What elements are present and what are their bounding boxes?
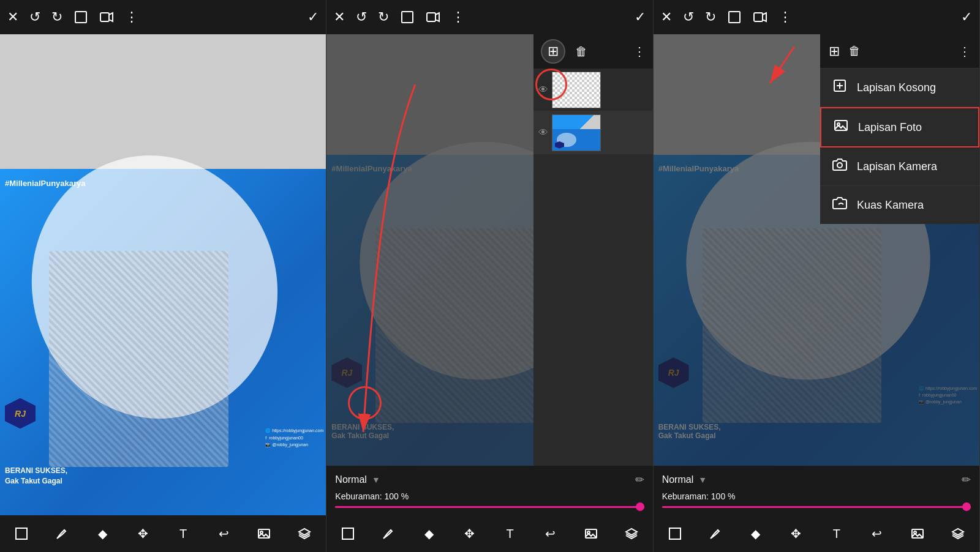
menu-item-kamera[interactable]: Lapisan Kamera [820,147,979,186]
layer-item-1[interactable]: 👁 [533,69,653,111]
menu-label-kamera: Lapisan Kamera [857,160,937,173]
more-layers-button[interactable]: ⋮ [633,44,646,59]
crop-icon[interactable] [74,10,88,24]
contact-1: 🌐 https://robbyjungjunan.com f robbyjung… [265,427,323,448]
close-icon-2[interactable]: ✕ [334,9,345,25]
brush-tool-3[interactable] [699,527,732,540]
close-icon-3[interactable]: ✕ [661,9,672,25]
more-icon-2[interactable]: ⋮ [451,9,465,25]
menu-label-foto: Lapisan Foto [858,121,922,134]
menu-item-kosong[interactable]: Lapisan Kosong [820,69,979,107]
svg-rect-0 [75,12,86,23]
svg-point-19 [837,163,842,168]
layers-toolbar: ⊞ 🗑 ⋮ [533,34,653,69]
hashtag-text-1: #MillenialPunyakarya [5,179,86,188]
blend-brush-2[interactable]: ✏ [635,473,644,487]
logo-1: RJ [5,398,36,429]
visibility-icon-1[interactable]: 👁 [538,84,548,95]
add-layer-btn-3[interactable]: ⊞ [829,43,840,59]
check-icon[interactable]: ✓ [307,9,318,25]
text-tool-3[interactable]: T [820,527,853,541]
image-tool-3[interactable] [901,527,934,540]
layer-thumb-1 [552,72,601,108]
layer-item-2[interactable]: 👁 [533,111,653,154]
svg-rect-6 [427,13,435,21]
photo-layer-icon [834,118,848,136]
video-icon-3[interactable] [753,10,767,24]
panel-2: ✕ ↺ ↻ ⋮ ✓ #MillenialPunyakarya RJ [326,0,653,552]
video-icon[interactable] [99,10,114,24]
rect-tool-2[interactable] [331,527,364,540]
menu-item-kuas[interactable]: Kuas Kamera [820,186,979,224]
layers-tool[interactable] [288,527,321,540]
visibility-icon-2[interactable]: 👁 [538,127,548,138]
redo-icon-2[interactable]: ↻ [378,9,389,25]
blend-dropdown-2[interactable]: ▼ [372,475,380,485]
image-tool[interactable] [247,527,281,540]
opacity-label-3: Keburaman: 100 % [662,491,736,501]
more-icon-3[interactable]: ⋮ [778,9,792,25]
redo-icon-3[interactable]: ↻ [705,9,716,25]
layers-tool-3[interactable] [941,527,974,540]
layers-tool-2[interactable] [615,527,648,540]
layers-panel: ⊞ 🗑 ⋮ 👁 👁 [533,34,653,466]
top-toolbar-3: ✕ ↺ ↻ ⋮ ✓ [654,0,979,34]
text-tool[interactable]: T [167,527,200,541]
top-toolbar-1: ✕ ↺ ↻ ⋮ ✓ [0,0,326,34]
move-tool-2[interactable]: ✥ [453,526,486,541]
blend-brush-3[interactable]: ✏ [962,473,971,487]
eraser-tool[interactable]: ◆ [86,526,119,541]
panel-3: ✕ ↺ ↻ ⋮ ✓ #MillenialPunyakarya RJ [654,0,980,552]
svg-rect-8 [342,528,353,539]
menu-label-kosong: Lapisan Kosong [857,81,936,94]
check-icon-2[interactable]: ✓ [635,9,646,25]
panel-1: ✕ ↺ ↻ ⋮ ✓ #MillenialPunyakarya RJ [0,0,326,552]
svg-rect-5 [402,12,413,23]
opacity-slider-2[interactable] [335,506,644,508]
svg-rect-2 [16,528,27,539]
crop-icon-2[interactable] [400,10,415,24]
bottom-toolbar-3: ◆ ✥ T ↩ [654,515,979,552]
eraser-tool-2[interactable]: ◆ [412,526,445,541]
image-tool-2[interactable] [575,527,608,540]
blend-bar-2: Normal ▼ ✏ Keburaman: 100 % [326,466,652,515]
add-layer-menu: ⊞ 🗑 ⋮ Lapisan Kosong [820,34,979,224]
undo-icon-3[interactable]: ↺ [683,9,694,25]
transform-tool-3[interactable]: ↩ [861,526,894,541]
check-icon-3[interactable]: ✓ [961,9,972,25]
crop-icon-3[interactable] [727,10,742,24]
undo-icon[interactable]: ↺ [29,9,40,25]
svg-rect-20 [669,528,680,539]
add-layer-button[interactable]: ⊞ [541,39,565,64]
blend-bar-3: Normal ▼ ✏ Keburaman: 100 % [654,466,979,515]
bottom-toolbar-2: ◆ ✥ T ↩ [326,515,652,552]
blend-dropdown-3[interactable]: ▼ [698,475,707,485]
layer-thumb-2 [552,114,601,151]
rect-tool-3[interactable] [658,527,692,540]
delete-layer-button[interactable]: 🗑 [575,45,587,59]
close-icon[interactable]: ✕ [7,9,18,25]
more-btn-3[interactable]: ⋮ [959,44,971,59]
canvas-2: #MillenialPunyakarya RJ BERANI SUKSES,Ga… [326,34,652,466]
redo-icon[interactable]: ↻ [51,9,62,25]
text-tool-2[interactable]: T [494,527,527,541]
move-tool[interactable]: ✥ [126,526,159,541]
undo-icon-2[interactable]: ↺ [356,9,367,25]
delete-layer-btn-3[interactable]: 🗑 [848,44,861,58]
opacity-slider-3[interactable] [662,506,971,508]
brush-tool[interactable] [45,527,78,540]
video-icon-2[interactable] [426,10,440,24]
berani-text-1: BERANI SUKSES,Gak Takut Gagal [5,466,67,487]
bottom-toolbar-1: ◆ ✥ T ↩ [0,515,326,552]
camera-layer-icon [832,157,847,176]
svg-rect-12 [754,13,763,21]
transform-tool-2[interactable]: ↩ [534,526,567,541]
rect-tool[interactable] [5,527,38,540]
transform-tool[interactable]: ↩ [207,526,240,541]
brush-tool-2[interactable] [372,527,405,540]
eraser-tool-3[interactable]: ◆ [739,526,772,541]
more-icon[interactable]: ⋮ [125,9,138,25]
top-toolbar-2: ✕ ↺ ↻ ⋮ ✓ [326,0,652,34]
move-tool-3[interactable]: ✥ [780,526,813,541]
menu-item-foto[interactable]: Lapisan Foto [820,107,979,147]
